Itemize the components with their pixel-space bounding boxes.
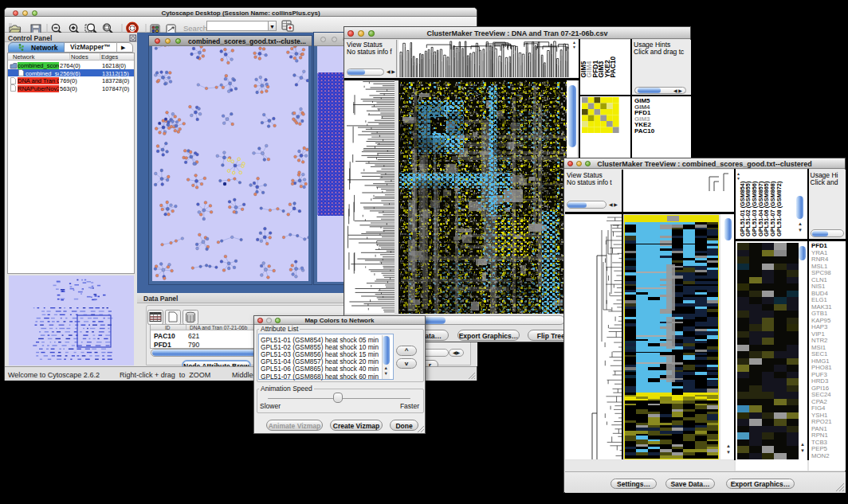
svg-text:Search:: Search: (183, 24, 210, 33)
svg-text:GPL51-08 (GSM872): GPL51-08 (GSM872) (775, 181, 783, 236)
svg-text:PAC10: PAC10 (634, 127, 655, 135)
svg-text:PAC10: PAC10 (609, 56, 617, 77)
svg-text:MON2: MON2 (811, 451, 830, 459)
